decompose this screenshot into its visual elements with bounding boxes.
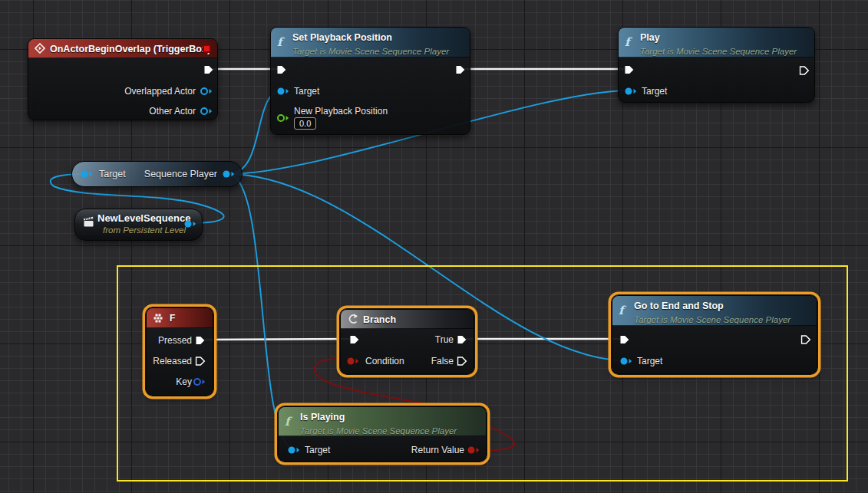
node-header[interactable]: F	[147, 308, 213, 328]
node-subtitle: Target is Movie Scene Sequence Player	[292, 47, 449, 56]
other-actor-pin[interactable]	[200, 107, 213, 116]
target-pin[interactable]	[288, 445, 301, 455]
node-is-playing[interactable]: f Is Playing Target is Movie Scene Seque…	[278, 406, 487, 462]
released-exec-pin[interactable]	[196, 357, 206, 366]
pin-label: Sequence Player	[144, 169, 217, 179]
node-subtitle: from Persistent Level	[103, 225, 186, 235]
newlevelsequence-out-pin[interactable]	[184, 219, 197, 228]
node-go-to-end-and-stop[interactable]: f Go to End and Stop Target is Movie Sce…	[612, 295, 817, 374]
keyboard-icon	[153, 314, 164, 323]
pin-label: Target	[305, 445, 330, 455]
new-playback-position-value-input[interactable]: 0.0	[294, 117, 316, 130]
pin-label: Target	[294, 86, 319, 97]
exec-in-pin[interactable]	[625, 65, 635, 75]
node-subtitle: Target is Movie Scene Sequence Player	[300, 426, 457, 435]
pin-label: Other Actor	[149, 106, 196, 117]
node-title: Branch	[363, 314, 396, 325]
condition-pin[interactable]	[347, 357, 360, 366]
node-branch[interactable]: Branch Condition True False	[340, 309, 474, 374]
node-title: NewLevelSequence	[97, 212, 190, 224]
node-input-key-f[interactable]: F Pressed Released Key	[146, 307, 213, 396]
pin-label: Overlapped Actor	[124, 86, 196, 97]
node-header[interactable]: f Set Playback Position Target is Movie …	[271, 28, 470, 58]
exec-in-pin[interactable]	[350, 335, 360, 345]
sequence-player-out-pin[interactable]	[223, 169, 236, 179]
node-header[interactable]: f Is Playing Target is Movie Scene Seque…	[279, 407, 486, 436]
node-title: Go to End and Stop	[634, 301, 724, 311]
exec-in-pin[interactable]	[620, 335, 630, 345]
node-title: F	[170, 313, 175, 324]
false-exec-pin[interactable]	[457, 357, 467, 366]
function-f-icon: f	[277, 37, 282, 48]
blueprint-graph-canvas[interactable]: OnActorBeginOverlap (TriggerBox) Overlap…	[0, 0, 868, 493]
pin-label: Pressed	[158, 335, 192, 346]
exec-out-pin[interactable]	[801, 335, 811, 345]
new-playback-position-pin[interactable]	[277, 113, 290, 123]
pin-label: True	[435, 334, 454, 345]
node-onactorbeginoverlap[interactable]: OnActorBeginOverlap (TriggerBox) Overlap…	[28, 38, 218, 120]
pressed-exec-pin[interactable]	[196, 336, 206, 346]
node-title: Is Playing	[300, 412, 345, 422]
pin-label: Condition	[365, 356, 404, 366]
pin-label: Return Value	[411, 445, 464, 455]
pin-label: Released	[153, 356, 192, 366]
node-get-sequence-player[interactable]: Target Sequence Player	[71, 161, 243, 187]
target-pin[interactable]	[620, 357, 633, 366]
pin-label: Target	[642, 86, 667, 97]
pin-label: New Playback Position	[294, 106, 388, 117]
target-pin[interactable]	[81, 169, 94, 179]
event-diamond-icon	[35, 43, 45, 54]
exec-out-pin[interactable]	[456, 65, 466, 75]
exec-out-pin[interactable]	[800, 66, 810, 76]
function-f-icon: f	[285, 416, 289, 427]
target-pin[interactable]	[625, 87, 638, 96]
node-title: Play	[640, 32, 660, 43]
function-f-icon: f	[619, 305, 623, 317]
node-header[interactable]: f Go to End and Stop Target is Movie Sce…	[612, 296, 817, 326]
exec-out-pin[interactable]	[204, 65, 214, 75]
overlapped-actor-pin[interactable]	[200, 87, 213, 96]
node-newlevelsequence[interactable]: NewLevelSequence from Persistent Level	[74, 209, 203, 241]
node-header[interactable]: f Play Target is Movie Scene Sequence Pl…	[619, 28, 814, 58]
node-header[interactable]: Branch	[341, 310, 474, 329]
pin-label: Key	[176, 376, 192, 387]
level-sequence-clapper-icon	[83, 216, 94, 228]
exec-in-pin[interactable]	[277, 65, 287, 75]
node-header[interactable]: OnActorBeginOverlap (TriggerBox)	[28, 39, 217, 58]
true-exec-pin[interactable]	[457, 335, 467, 345]
node-title: Set Playback Position	[292, 32, 392, 43]
node-set-playback-position[interactable]: f Set Playback Position Target is Movie …	[270, 27, 470, 135]
node-play[interactable]: f Play Target is Movie Scene Sequence Pl…	[618, 27, 815, 103]
node-subtitle: Target is Movie Scene Sequence Player	[640, 47, 797, 56]
node-title: OnActorBeginOverlap (TriggerBox)	[50, 44, 210, 54]
branch-icon	[347, 314, 358, 324]
key-pin[interactable]	[193, 377, 206, 386]
pin-label: False	[431, 356, 454, 366]
event-red-box-icon	[203, 44, 211, 53]
pin-label: Target	[99, 169, 126, 179]
return-value-pin[interactable]	[467, 445, 480, 455]
pin-label: Target	[637, 356, 662, 366]
node-subtitle: Target is Movie Scene Sequence Player	[634, 315, 790, 324]
target-pin[interactable]	[277, 87, 290, 96]
function-f-icon: f	[625, 37, 629, 48]
